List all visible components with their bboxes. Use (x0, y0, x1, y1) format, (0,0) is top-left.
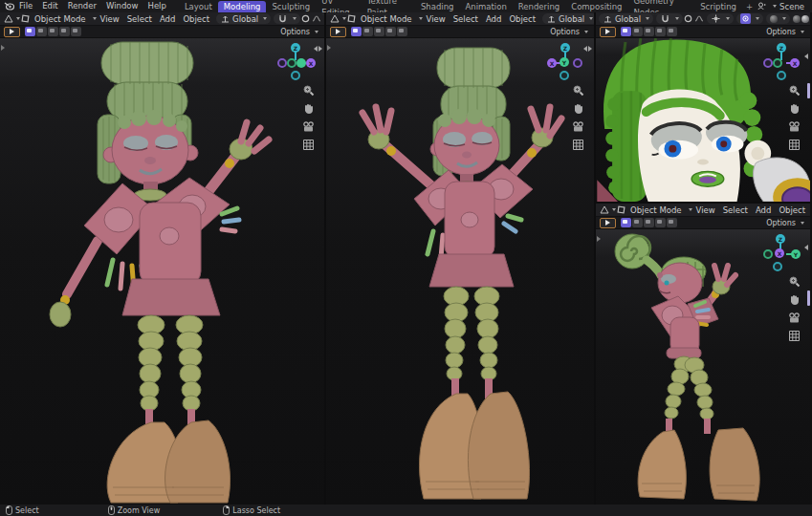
select-mode-intersect-button[interactable] (667, 218, 677, 227)
gizmo-axis-y[interactable] (296, 58, 306, 68)
tool-options-dropdown[interactable]: Options (766, 28, 806, 36)
select-mode-invert-button[interactable] (59, 27, 70, 36)
tool-options-dropdown[interactable]: Options (280, 28, 320, 36)
toolbar-expand-arrow[interactable] (1, 45, 5, 51)
blender-logo-icon[interactable] (4, 1, 14, 11)
sidebar-tab-hint[interactable] (807, 290, 810, 306)
menu-select[interactable]: Select (123, 14, 156, 24)
proportional-editing-icon[interactable] (683, 13, 693, 24)
tab-compositing[interactable]: Compositing (565, 1, 627, 12)
menu-object[interactable]: Object (179, 14, 213, 24)
tab-scripting[interactable]: Scripting (694, 1, 742, 12)
select-mode-subtract-button[interactable] (48, 27, 58, 36)
menu-select[interactable]: Select (450, 14, 482, 24)
active-tool-tweak-button[interactable] (4, 27, 20, 37)
snap-dropdown[interactable] (656, 13, 683, 24)
gizmo-axis-x[interactable]: X (306, 58, 316, 68)
orthographic-grid-icon[interactable] (788, 328, 801, 340)
gizmo-axis-x[interactable]: X (547, 58, 557, 68)
menu-add[interactable]: Add (482, 14, 505, 24)
active-tool-tweak-button[interactable] (330, 27, 346, 37)
snap-dropdown[interactable] (274, 13, 300, 24)
camera-view-icon[interactable] (788, 310, 801, 322)
transform-orientation-dropdown[interactable]: Global (542, 13, 594, 24)
select-mode-extend-button[interactable] (632, 218, 643, 227)
zoom-tool-icon[interactable] (302, 82, 315, 95)
menu-render[interactable]: Render (63, 0, 101, 12)
shading-solid-icon[interactable] (801, 15, 809, 23)
object-mode-dropdown[interactable]: Object Mode (626, 205, 686, 215)
viewport-face-canvas[interactable]: Z X (596, 38, 810, 202)
tab-modeling[interactable]: Modeling (218, 1, 267, 12)
gizmo-axis-neg-x[interactable] (277, 58, 287, 68)
nav-gizmo-perspective[interactable]: Z X Y (763, 234, 801, 272)
transform-orientation-dropdown[interactable]: Global (599, 13, 653, 24)
menu-object[interactable]: Object (775, 205, 809, 215)
toolbar-expand-arrow[interactable] (597, 236, 601, 242)
area-split-arrows[interactable] (804, 245, 808, 250)
gizmo-axis-neg-z[interactable] (773, 262, 782, 271)
viewport-side-canvas[interactable]: Z X Y (326, 38, 594, 505)
active-tool-tweak-button[interactable] (600, 27, 616, 37)
select-mode-set-button[interactable] (621, 27, 631, 36)
tab-layout[interactable]: Layout (179, 1, 218, 12)
gizmo-axis-neg-z[interactable] (777, 71, 786, 80)
zoom-tool-icon[interactable] (572, 82, 584, 95)
select-mode-set-button[interactable] (351, 27, 362, 36)
gizmo-axis-z[interactable]: Z (777, 43, 786, 53)
nav-gizmo-side[interactable]: Z X Y (547, 43, 585, 81)
viewport-perspective-canvas[interactable]: Z X Y (596, 229, 810, 505)
editor-type-icon[interactable] (599, 204, 609, 215)
gizmo-axis-neg-z[interactable] (560, 71, 569, 80)
scene-icon[interactable] (757, 1, 767, 11)
scene-caret-icon[interactable] (773, 5, 777, 8)
object-mode-dropdown[interactable]: Object Mode (357, 14, 416, 24)
zoom-tool-icon[interactable] (788, 273, 801, 286)
select-mode-subtract-button[interactable] (374, 27, 384, 36)
move-view-hand-icon[interactable] (788, 291, 801, 304)
menu-object[interactable]: Object (505, 14, 539, 24)
active-tool-tweak-button[interactable] (600, 218, 616, 228)
editor-type-icon[interactable] (3, 13, 13, 24)
tab-shading[interactable]: Shading (415, 1, 460, 12)
select-mode-intersect-button[interactable] (71, 27, 81, 36)
falloff-curve-icon[interactable] (311, 13, 321, 24)
area-split-arrows[interactable] (804, 54, 808, 59)
menu-select[interactable]: Select (719, 205, 752, 215)
gizmo-axis-z[interactable]: Z (776, 234, 785, 244)
editor-type-icon[interactable] (329, 13, 340, 24)
gizmo-axis-neg-x[interactable] (573, 58, 582, 68)
toolbar-expand-arrow[interactable] (327, 45, 331, 51)
orthographic-grid-icon[interactable] (302, 137, 315, 149)
tab-rendering[interactable]: Rendering (513, 1, 565, 12)
select-mode-extend-button[interactable] (36, 27, 47, 36)
gizmo-axis-neg-z[interactable] (291, 71, 300, 80)
gizmo-axis-neg-y[interactable] (773, 58, 782, 68)
select-mode-set-button[interactable] (621, 218, 631, 227)
menu-view[interactable]: View (423, 14, 450, 24)
shading-wireframe-icon[interactable] (793, 15, 801, 23)
sidebar-tab-hint[interactable] (807, 83, 810, 98)
select-mode-subtract-button[interactable] (644, 218, 654, 227)
camera-view-icon[interactable] (788, 118, 801, 131)
move-view-hand-icon[interactable] (572, 100, 584, 113)
menu-file[interactable]: File (14, 0, 37, 12)
nav-gizmo-face[interactable]: Z X (763, 43, 801, 81)
select-mode-subtract-button[interactable] (644, 27, 654, 36)
menu-help[interactable]: Help (143, 0, 170, 12)
transform-orientation-dropdown[interactable]: Global (216, 13, 271, 24)
select-mode-intersect-button[interactable] (397, 27, 407, 36)
select-mode-intersect-button[interactable] (667, 27, 677, 36)
gizmo-axis-x[interactable]: X (775, 248, 784, 258)
gizmo-axis-neg-y[interactable] (763, 249, 773, 259)
menu-edit[interactable]: Edit (37, 0, 62, 12)
gizmo-axis-y[interactable]: Y (560, 57, 569, 67)
select-mode-invert-button[interactable] (655, 218, 666, 227)
orthographic-grid-icon[interactable] (788, 137, 801, 149)
menu-view[interactable]: View (692, 205, 719, 215)
proportional-editing-icon[interactable] (300, 13, 311, 24)
gizmo-axis-neg-x[interactable] (763, 58, 773, 68)
tab-sculpting[interactable]: Sculpting (266, 1, 316, 12)
falloff-curve-icon[interactable] (693, 13, 704, 24)
viewport-front-canvas[interactable]: Z X (0, 38, 324, 505)
